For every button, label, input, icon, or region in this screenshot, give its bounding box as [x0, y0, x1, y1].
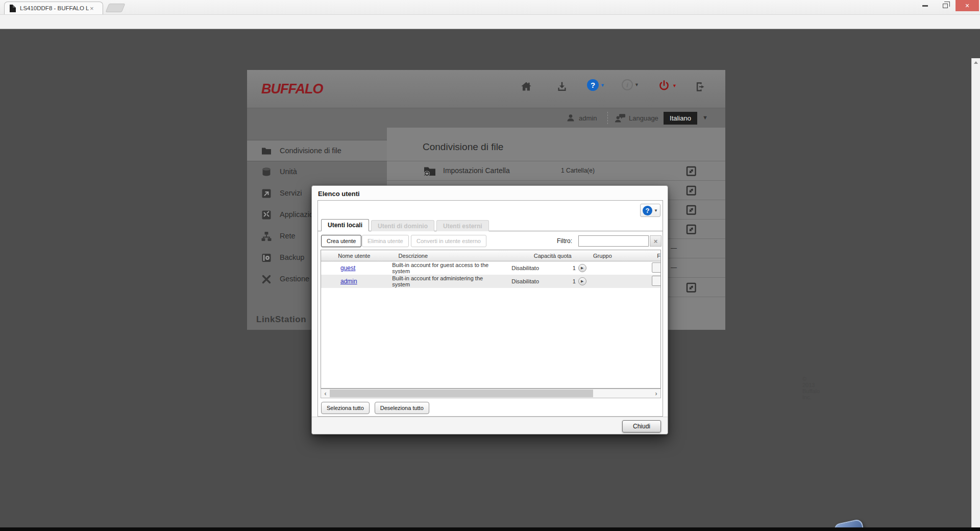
dialog-toolbar: Crea utente Elimina utente Converti in u…: [321, 234, 662, 249]
language-dropdown-icon[interactable]: ▼: [702, 114, 708, 120]
select-all-button[interactable]: Seleziona tutto: [321, 402, 370, 414]
dialog-title: Elenco utenti: [318, 190, 360, 198]
delete-user-button: Elimina utente: [362, 235, 409, 247]
group-count: 1: [573, 278, 576, 284]
column-capacita-quota: Capacità quota: [525, 253, 581, 259]
user-link-admin[interactable]: admin: [340, 278, 357, 285]
tab-divider: [318, 231, 663, 231]
page-viewport: BUFFALO ?▼ i▼ ▼: [0, 29, 980, 527]
sidebar-item-unita[interactable]: Unità: [247, 161, 387, 183]
watermark: xtremehardware.com: [831, 518, 979, 527]
create-user-button[interactable]: Crea utente: [321, 235, 361, 247]
user-tabs: Utenti locali Utenti di dominio Utenti e…: [321, 219, 489, 231]
dialog-footer: Chiudi: [312, 417, 668, 434]
scroll-up-icon[interactable]: [974, 61, 978, 64]
help-question-icon: ?: [643, 206, 652, 215]
user-description: Built-in account for administering the s…: [381, 275, 501, 287]
column-gruppo: Gruppo: [581, 253, 625, 259]
tab-close-icon[interactable]: ×: [90, 5, 94, 12]
folder-icon: [260, 145, 273, 157]
download-icon[interactable]: [555, 80, 569, 95]
language-label: Language: [629, 114, 658, 122]
column-nome-utente: Nome utente: [321, 253, 387, 259]
scroll-left-icon[interactable]: ‹: [321, 389, 330, 398]
filter-label: Filtro:: [557, 237, 572, 245]
tab-title: LS410DDF8 - BUFFALO Lin: [20, 5, 89, 11]
window-close-button[interactable]: ×: [955, 0, 979, 11]
elenco-utenti-dialog: Elenco utenti ? ▼ Utenti locali Utenti d…: [311, 185, 668, 435]
quota-status: Disabilitato: [501, 265, 550, 271]
copyright-text: © 2013 Buffalo Inc.: [802, 376, 820, 400]
table-header: Nome utente Descrizione Capacità quota G…: [321, 250, 660, 261]
drive-icon: [260, 166, 273, 178]
buffalo-logo: BUFFALO: [261, 81, 323, 97]
logged-in-user: admin: [579, 114, 597, 122]
tab-utenti-esterni: Utenti esterni: [436, 220, 489, 231]
quota-status: Disabilitato: [501, 278, 550, 284]
folder-plus-icon: [423, 164, 437, 180]
external-link-icon[interactable]: [685, 204, 697, 218]
apps-icon: [260, 209, 273, 221]
tools-icon: [260, 273, 273, 285]
xtremehardware-logo-icon: [834, 519, 867, 527]
horizontal-scrollbar[interactable]: ‹ ›: [321, 389, 661, 398]
tab-utenti-locali[interactable]: Utenti locali: [321, 219, 369, 231]
divider: [607, 112, 608, 124]
page-vertical-scrollbar[interactable]: [971, 58, 980, 527]
external-link-icon[interactable]: [685, 165, 697, 179]
clipped-action-button[interactable]: [652, 262, 660, 273]
dialog-help-button[interactable]: ? ▼: [640, 204, 660, 217]
sidebar-item-condivisione-di-file[interactable]: Condivisione di file: [247, 140, 387, 161]
user-icon: [567, 114, 575, 124]
help-dropdown-icon: ▼: [654, 208, 658, 213]
column-descrizione: Descrizione: [387, 253, 525, 259]
backup-icon: [260, 252, 273, 264]
group-count: 1: [573, 265, 576, 271]
home-icon[interactable]: [520, 80, 533, 95]
external-link-icon[interactable]: [685, 223, 697, 237]
help-dropdown-icon: ▼: [600, 83, 605, 88]
table-row-admin[interactable]: admin Built-in account for administering…: [321, 275, 660, 288]
linkstation-logo: LinkStation: [256, 315, 306, 325]
external-link-icon[interactable]: [685, 184, 697, 199]
network-icon: [260, 230, 273, 243]
user-link-guest[interactable]: guest: [340, 264, 355, 272]
main-row-impostazioni-cartella[interactable]: Impostazioni Cartella 1 Cartella(e): [387, 161, 725, 181]
deselect-all-button[interactable]: Deseleziona tutto: [375, 402, 429, 414]
app-header: BUFFALO ?▼ i▼ ▼: [247, 70, 725, 108]
window-minimize-button[interactable]: [915, 0, 935, 11]
info-icon[interactable]: i▼: [622, 79, 639, 90]
external-link-icon[interactable]: [685, 281, 697, 296]
help-icon[interactable]: ?▼: [587, 79, 605, 91]
filter-input[interactable]: [578, 235, 649, 247]
scroll-right-icon[interactable]: ›: [652, 389, 660, 398]
info-dropdown-icon: ▼: [634, 82, 639, 87]
browser-tab[interactable]: LS410DDF8 - BUFFALO Lin ×: [4, 2, 103, 14]
power-icon[interactable]: ▼: [657, 79, 677, 92]
logout-icon[interactable]: [694, 80, 707, 95]
page-title: Condivisione di file: [423, 141, 503, 153]
group-expand-icon[interactable]: ▶: [578, 277, 586, 285]
close-dialog-button[interactable]: Chiudi: [622, 420, 661, 432]
browser-toolbar: ← → 192.168.0.104/detail.html#share ☆: [0, 14, 980, 29]
browser-titlebar: LS410DDF8 - BUFFALO Lin × ×: [0, 0, 980, 14]
screen-edge: [0, 527, 980, 531]
language-icon: [615, 113, 626, 125]
scrollbar-thumb[interactable]: [330, 390, 593, 397]
clipped-action-button[interactable]: [652, 276, 660, 286]
group-expand-icon[interactable]: ▶: [578, 264, 586, 272]
column-clipped: F: [624, 253, 660, 259]
filter-clear-button[interactable]: ×: [650, 235, 662, 247]
language-select[interactable]: Italiano: [664, 112, 697, 125]
convert-user-button: Converti in utente esterno: [411, 235, 486, 247]
tab-favicon-icon: [10, 5, 16, 12]
tab-utenti-di-dominio: Utenti di dominio: [371, 220, 434, 231]
services-icon: [260, 187, 273, 200]
table-row-guest[interactable]: guest Built-in account for guest access …: [321, 261, 660, 275]
power-dropdown-icon: ▼: [672, 83, 677, 88]
window-restore-button[interactable]: [936, 0, 955, 11]
users-table: Nome utente Descrizione Capacità quota G…: [321, 250, 661, 389]
user-bar: admin Language Italiano ▼: [247, 108, 725, 128]
user-description: Built-in account for guest access to the…: [381, 262, 501, 274]
new-tab-button[interactable]: [106, 4, 126, 12]
